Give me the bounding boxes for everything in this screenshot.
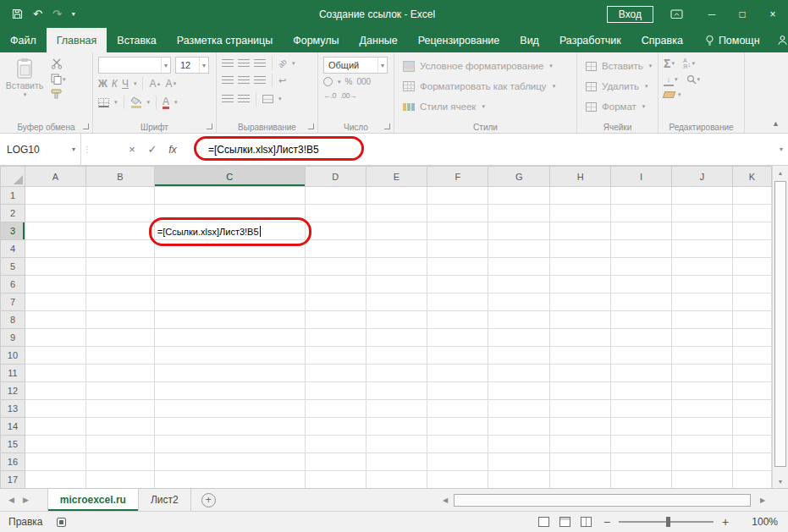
cell-K13[interactable] <box>732 400 771 418</box>
cell-K4[interactable] <box>732 240 771 258</box>
cell-G2[interactable] <box>488 205 550 222</box>
borders-icon[interactable] <box>98 98 109 107</box>
cell-G3[interactable] <box>488 222 550 240</box>
ribbon-display-options-icon[interactable] <box>670 8 683 19</box>
cell-H1[interactable] <box>550 187 611 205</box>
column-header-G[interactable]: G <box>488 167 550 187</box>
cell-I2[interactable] <box>611 205 672 222</box>
merge-center-dropdown-icon[interactable]: ▾ <box>278 96 282 102</box>
row-header-8[interactable]: 8 <box>1 311 25 329</box>
cell-D11[interactable] <box>305 365 366 382</box>
cell-G12[interactable] <box>488 382 550 400</box>
cell-I17[interactable] <box>611 471 672 489</box>
cell-J8[interactable] <box>672 311 733 329</box>
cell-B12[interactable] <box>85 382 154 400</box>
cell-E3[interactable] <box>366 222 427 240</box>
macro-record-icon[interactable] <box>57 518 66 527</box>
cell-E13[interactable] <box>366 400 427 418</box>
cell-H11[interactable] <box>550 365 611 382</box>
cell-C1[interactable] <box>154 187 305 205</box>
tab-insert[interactable]: Вставка <box>107 28 166 52</box>
tab-help[interactable]: Справка <box>631 28 693 52</box>
insert-function-button[interactable]: fx <box>163 134 183 165</box>
cell-K12[interactable] <box>732 382 771 400</box>
cell-D14[interactable] <box>305 418 366 436</box>
increase-decimal-icon[interactable]: ←.0 <box>323 91 336 100</box>
cell-I13[interactable] <box>611 400 672 418</box>
redo-icon[interactable]: ↷ <box>52 8 62 20</box>
cell-D9[interactable] <box>305 329 366 347</box>
row-header-6[interactable]: 6 <box>1 276 25 293</box>
cell-I9[interactable] <box>611 329 672 347</box>
cell-J2[interactable] <box>672 205 733 222</box>
currency-dropdown-icon[interactable]: ▾ <box>338 79 341 85</box>
cell-C14[interactable] <box>154 418 305 436</box>
cell-J11[interactable] <box>672 365 733 382</box>
page-layout-view-button[interactable] <box>554 512 576 532</box>
cell-D3[interactable] <box>305 222 366 240</box>
cell-I15[interactable] <box>611 436 672 453</box>
cell-H15[interactable] <box>550 436 611 453</box>
fill-color-icon[interactable] <box>130 96 142 108</box>
align-center-icon[interactable] <box>238 76 250 85</box>
font-size-combo[interactable]: 12 ▾ <box>175 57 209 74</box>
cell-A17[interactable] <box>25 471 85 489</box>
delete-cells-button[interactable]: Удалить ▾ <box>582 76 653 96</box>
autosum-button[interactable]: Σ ▾ <box>664 58 675 69</box>
tab-formulas[interactable]: Формулы <box>283 28 349 52</box>
cell-F1[interactable] <box>427 187 488 205</box>
cell-G7[interactable] <box>488 293 550 311</box>
zoom-slider[interactable] <box>619 521 714 523</box>
underline-button[interactable]: Ч <box>122 79 129 89</box>
conditional-formatting-button[interactable]: Условное форматирование ▾ <box>400 56 571 76</box>
cell-H12[interactable] <box>550 382 611 400</box>
cell-J1[interactable] <box>672 187 733 205</box>
clipboard-dialog-launcher-icon[interactable] <box>83 123 90 130</box>
tab-home[interactable]: Главная <box>47 28 107 52</box>
copy-button[interactable]: ▾ <box>51 74 87 85</box>
paste-button[interactable]: Вставить ▾ <box>5 56 44 98</box>
merge-center-icon[interactable] <box>262 95 273 103</box>
cell-B3[interactable] <box>85 222 154 240</box>
copy-dropdown-icon[interactable]: ▾ <box>63 76 66 83</box>
row-header-1[interactable]: 1 <box>1 187 25 205</box>
cell-C16[interactable] <box>154 453 305 471</box>
cell-C9[interactable] <box>154 329 305 347</box>
cell-I11[interactable] <box>611 365 672 382</box>
cell-D8[interactable] <box>305 311 366 329</box>
cell-I8[interactable] <box>611 311 672 329</box>
zoom-level-label[interactable]: 100% <box>736 516 778 528</box>
cell-B4[interactable] <box>85 240 154 258</box>
cell-K10[interactable] <box>732 347 771 365</box>
cell-E10[interactable] <box>366 347 427 365</box>
cell-J7[interactable] <box>672 293 733 311</box>
cell-G1[interactable] <box>488 187 550 205</box>
cell-A15[interactable] <box>25 436 85 453</box>
cell-H6[interactable] <box>550 276 611 293</box>
cell-A9[interactable] <box>25 329 85 347</box>
cell-F16[interactable] <box>427 453 488 471</box>
cell-K16[interactable] <box>732 453 771 471</box>
cell-D16[interactable] <box>305 453 366 471</box>
column-header-B[interactable]: B <box>85 167 154 187</box>
horizontal-scrollbar-track[interactable] <box>452 494 756 507</box>
cell-D10[interactable] <box>305 347 366 365</box>
cell-B14[interactable] <box>85 418 154 436</box>
cell-C8[interactable] <box>154 311 305 329</box>
insert-cells-button[interactable]: Вставить ▾ <box>582 56 653 76</box>
cell-G4[interactable] <box>488 240 550 258</box>
column-header-C[interactable]: C <box>154 167 305 187</box>
cell-K14[interactable] <box>732 418 771 436</box>
cell-A14[interactable] <box>25 418 85 436</box>
format-cells-button[interactable]: Формат ▾ <box>582 96 653 117</box>
row-header-2[interactable]: 2 <box>1 205 25 222</box>
sort-filter-button[interactable]: ▾ <box>683 58 695 69</box>
cell-B8[interactable] <box>85 311 154 329</box>
tab-page-layout[interactable]: Разметка страницы <box>167 28 283 52</box>
tab-file[interactable]: Файл <box>0 28 47 52</box>
column-header-H[interactable]: H <box>550 167 611 187</box>
select-all-corner[interactable] <box>1 167 25 187</box>
cell-A1[interactable] <box>25 187 85 205</box>
cell-A11[interactable] <box>25 365 85 382</box>
cell-A7[interactable] <box>25 293 85 311</box>
